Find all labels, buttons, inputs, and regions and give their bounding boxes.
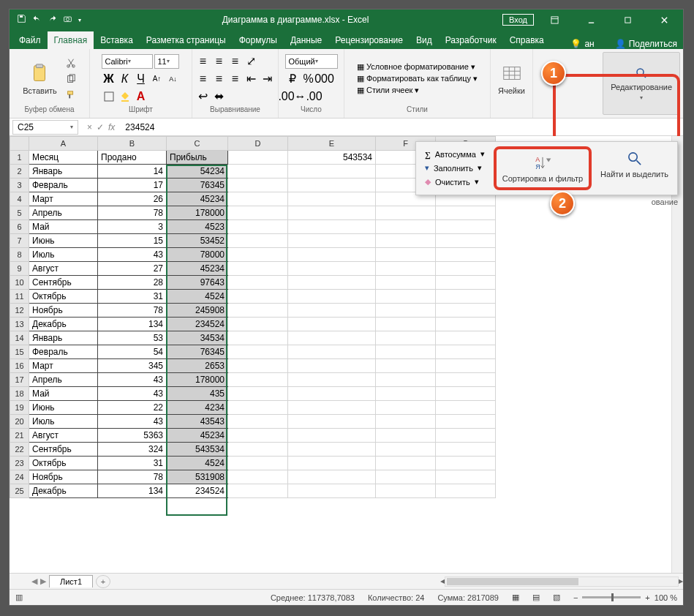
cell[interactable]: 531908	[167, 470, 228, 484]
row-header[interactable]: 23	[10, 457, 29, 470]
cell[interactable]: 97643	[167, 276, 228, 290]
cell[interactable]: 76345	[167, 179, 228, 192]
indent-inc-icon[interactable]: ⇥	[260, 72, 275, 86]
zoom-out[interactable]: −	[573, 593, 578, 602]
row-header[interactable]: 18	[10, 387, 29, 401]
align-top-icon[interactable]: ≡	[196, 54, 211, 69]
camera-icon[interactable]	[63, 14, 72, 26]
row-header[interactable]: 9	[10, 262, 29, 276]
share-button[interactable]: Поделиться	[629, 39, 677, 49]
find-select-button[interactable]: Найти и выделить	[596, 146, 673, 190]
cut-icon[interactable]	[63, 56, 79, 70]
tab-home[interactable]: Главная	[48, 31, 94, 49]
col-header[interactable]: A	[29, 137, 98, 151]
cell[interactable]: 53452	[167, 234, 228, 248]
cell[interactable]: 4523	[167, 220, 228, 234]
cancel-icon[interactable]: ×	[87, 122, 92, 132]
redo-icon[interactable]	[48, 14, 57, 26]
row-header[interactable]: 6	[10, 220, 29, 234]
name-box[interactable]: C25▾	[12, 120, 78, 135]
horizontal-scrollbar[interactable]	[445, 576, 679, 587]
font-size[interactable]: 11 ▾	[154, 54, 179, 69]
formula-input[interactable]: 234524	[121, 121, 683, 134]
align-left-icon[interactable]: ≡	[196, 72, 211, 86]
tab-developer[interactable]: Разработчик	[439, 31, 503, 49]
indent-dec-icon[interactable]: ⇤	[244, 72, 259, 86]
undo-icon[interactable]	[32, 14, 42, 26]
cell[interactable]: 178000	[167, 206, 228, 220]
close-icon[interactable]	[648, 10, 680, 30]
sheet-tab[interactable]: Лист1	[49, 575, 93, 587]
row-header[interactable]: 8	[10, 248, 29, 262]
row-header[interactable]: 4	[10, 192, 29, 206]
tab-file[interactable]: Файл	[12, 31, 48, 49]
fill-button[interactable]: ▾ Заполнить ▾	[422, 162, 488, 174]
customize-status-icon[interactable]: ▥	[15, 593, 23, 602]
underline-icon[interactable]: Ч	[134, 72, 148, 86]
bold-icon[interactable]: Ж	[102, 72, 116, 86]
orientation-icon[interactable]: ⤢	[244, 54, 259, 69]
fx-icon[interactable]: fx	[108, 122, 115, 132]
login-button[interactable]: Вход	[502, 14, 534, 26]
cell[interactable]: 4524	[167, 457, 228, 470]
cell[interactable]: 45234	[167, 262, 228, 276]
italic-icon[interactable]: К	[118, 72, 132, 86]
col-header[interactable]: E	[288, 137, 376, 151]
cell[interactable]: 78000	[167, 248, 228, 262]
hscroll-right[interactable]: ▶	[679, 578, 683, 585]
cell[interactable]: 178000	[167, 373, 228, 387]
row-header[interactable]: 15	[10, 345, 29, 359]
editing-group[interactable]: Редактирование ▾	[603, 52, 680, 115]
cell[interactable]: 245908	[167, 304, 228, 318]
conditional-formatting[interactable]: ▦ Условное форматирование ▾	[357, 62, 478, 72]
view-layout-icon[interactable]: ▤	[532, 593, 540, 602]
zoom-slider[interactable]	[582, 596, 641, 598]
zoom-in[interactable]: +	[645, 593, 649, 602]
row-header[interactable]: 13	[10, 318, 29, 331]
cell[interactable]: 45234	[167, 429, 228, 443]
cell[interactable]: 76345	[167, 345, 228, 359]
row-header[interactable]: 25	[10, 484, 29, 498]
cell[interactable]: 234524	[167, 484, 228, 498]
row-header[interactable]: 22	[10, 443, 29, 457]
align-mid-icon[interactable]: ≡	[212, 54, 227, 69]
row-header[interactable]: 20	[10, 415, 29, 429]
minimize-icon[interactable]	[575, 10, 607, 30]
cell-styles[interactable]: ▦ Стили ячеек ▾	[357, 86, 478, 95]
save-icon[interactable]	[17, 14, 26, 26]
row-header[interactable]: 5	[10, 206, 29, 220]
row-header[interactable]: 17	[10, 373, 29, 387]
cell[interactable]: 34534	[167, 331, 228, 345]
comma-icon[interactable]: 000	[317, 72, 332, 86]
add-sheet-button[interactable]: +	[96, 575, 110, 588]
cell[interactable]: 4234	[167, 401, 228, 415]
merge-icon[interactable]: ⬌	[212, 89, 227, 104]
format-painter-icon[interactable]	[63, 88, 79, 102]
font-grow-icon[interactable]: A↑	[150, 72, 165, 86]
row-header[interactable]: 16	[10, 359, 29, 373]
col-header[interactable]: D	[228, 137, 288, 151]
align-center-icon[interactable]: ≡	[212, 72, 227, 86]
tell-me-icon[interactable]: 💡	[570, 39, 581, 49]
row-header[interactable]: 7	[10, 234, 29, 248]
ribbon-options-icon[interactable]	[538, 10, 570, 30]
row-header[interactable]: 10	[10, 276, 29, 290]
row-header[interactable]: 14	[10, 331, 29, 345]
row-header[interactable]: 2	[10, 165, 29, 179]
tab-layout[interactable]: Разметка страницы	[140, 31, 233, 49]
sort-filter-button[interactable]: АЯ Сортировка и фильтр	[498, 151, 587, 186]
paste-button[interactable]: Вставить	[20, 61, 60, 97]
border-icon[interactable]	[102, 89, 116, 104]
row-header[interactable]: 11	[10, 290, 29, 304]
sheet-nav-next[interactable]: ▶	[40, 576, 46, 586]
row-header[interactable]: 1	[10, 151, 29, 165]
cell[interactable]: 234524	[167, 318, 228, 331]
row-header[interactable]: 12	[10, 304, 29, 318]
tab-help[interactable]: Справка	[503, 31, 551, 49]
currency-icon[interactable]: ₽	[285, 72, 300, 86]
number-format[interactable]: Общий ▾	[285, 54, 338, 69]
cell[interactable]: 54234	[167, 165, 228, 179]
cell[interactable]: 43543	[167, 415, 228, 429]
clear-button[interactable]: ◆ Очистить ▾	[422, 176, 488, 188]
tab-insert[interactable]: Вставка	[94, 31, 140, 49]
